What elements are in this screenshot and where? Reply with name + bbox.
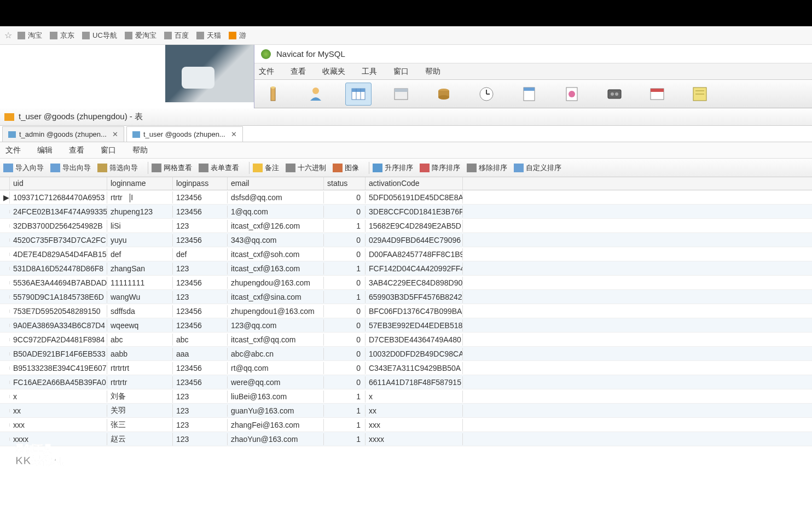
cell-loginpass[interactable]: 123 — [173, 433, 228, 445]
navicat-titlebar[interactable]: Navicat for MySQL — [254, 45, 812, 63]
cell-loginpass[interactable]: 123456 — [173, 234, 228, 246]
table-row[interactable]: 9A0EA3869A334B6C87D4wqeewq123456123@qq.c… — [0, 318, 812, 333]
cell-loginpass[interactable]: 123 — [173, 419, 228, 431]
form-view-button[interactable]: 表单查看 — [199, 163, 239, 173]
cell-loginpass[interactable]: 123456 — [173, 319, 228, 331]
bookmark-1[interactable]: 京东 — [50, 31, 74, 40]
cell-activationCode[interactable]: D00FAA82457748FF8C1B9 — [366, 248, 463, 260]
cell-email[interactable]: zhangFei@163.com — [228, 419, 324, 431]
cell-uid[interactable]: 753E7D59520548289150 — [10, 305, 107, 317]
cell-status[interactable]: 0 — [324, 248, 366, 260]
cell-uid[interactable]: 24FCE02B134F474A99335 — [10, 206, 107, 218]
table-row[interactable]: 4520C735FB734D7CA2FCyuyu123456343@qq.com… — [0, 233, 812, 247]
memo-button[interactable]: 备注 — [253, 163, 279, 173]
cell-loginpass[interactable]: aaa — [173, 348, 228, 360]
cell-status[interactable]: 1 — [324, 220, 366, 232]
tab-t-admin[interactable]: t_admin @goods (zhupen... ✕ — [2, 126, 124, 142]
cell-loginpass[interactable]: 123456 — [173, 206, 228, 218]
bookmark-3[interactable]: 爱淘宝 — [125, 31, 156, 40]
cell-status[interactable]: 1 — [324, 391, 366, 403]
tmenu-file[interactable]: 文件 — [5, 145, 21, 155]
cell-loginname[interactable]: zhupeng123 — [107, 206, 173, 218]
cell-uid[interactable]: 531D8A16D524478D86F8 — [10, 263, 107, 275]
cell-email[interactable]: 123@qq.com — [228, 319, 324, 331]
cell-status[interactable]: 1 — [324, 291, 366, 303]
cell-email[interactable]: guanYu@163.com — [228, 405, 324, 417]
cell-uid[interactable]: B95133238E394C419E607 — [10, 362, 107, 374]
cell-status[interactable]: 0 — [324, 206, 366, 218]
cell-activationCode[interactable]: xx — [366, 405, 463, 417]
cell-status[interactable]: 0 — [324, 334, 366, 346]
cell-loginpass[interactable]: 123 — [173, 291, 228, 303]
tab-t-user[interactable]: t_user @goods (zhupen... ✕ — [126, 126, 243, 142]
sort-asc-button[interactable]: 升序排序 — [373, 163, 413, 173]
cell-loginname[interactable]: yuyu — [107, 234, 173, 246]
cell-email[interactable]: 343@qq.com — [228, 234, 324, 246]
cell-activationCode[interactable]: C343E7A311C9429BB50A — [366, 362, 463, 374]
cell-activationCode[interactable]: BFC06FD1376C47B099BA — [366, 305, 463, 317]
cell-activationCode[interactable]: D7CEB3DE44364749A480 — [366, 334, 463, 346]
cell-loginpass[interactable]: 123456 — [173, 376, 228, 388]
cell-uid[interactable]: 5536AE3A44694B7ABDAD — [10, 277, 107, 289]
cell-loginpass[interactable]: 123456 — [173, 277, 228, 289]
cell-activationCode[interactable]: x — [366, 391, 463, 403]
col-loginpass[interactable]: loginpass — [173, 177, 228, 190]
bookmark-6[interactable]: 游 — [229, 31, 246, 40]
cell-loginname[interactable]: 张三 — [107, 418, 173, 432]
cell-email[interactable]: abc@abc.cn — [228, 348, 324, 360]
cell-uid[interactable]: 9CC972DFA2D4481F8984 — [10, 334, 107, 346]
menu-view[interactable]: 查看 — [291, 67, 306, 77]
sort-desc-button[interactable]: 降序排序 — [420, 163, 460, 173]
custom-sort-button[interactable]: 自定义排序 — [514, 163, 561, 173]
cell-email[interactable]: itcast_cxf@soh.com — [228, 248, 324, 260]
image-button[interactable]: 图像 — [333, 163, 359, 173]
cell-activationCode[interactable]: 3AB4C229EEC84D898D90 — [366, 277, 463, 289]
table-window-title[interactable]: t_user @goods (zhupengdou) - 表 — [0, 108, 812, 126]
cell-activationCode[interactable]: xxxx — [366, 433, 463, 445]
close-icon[interactable]: ✕ — [231, 130, 237, 138]
cell-loginname[interactable]: rtrtrtr — [107, 376, 173, 388]
cell-status[interactable]: 1 — [324, 405, 366, 417]
col-activationcode[interactable]: activationCode — [366, 177, 463, 190]
cell-email[interactable]: itcast_cxf@126.com — [228, 220, 324, 232]
cell-loginpass[interactable]: 123 — [173, 220, 228, 232]
cell-uid[interactable]: x — [10, 391, 107, 403]
tool-event-icon[interactable] — [473, 83, 500, 106]
cell-status[interactable]: 0 — [324, 191, 366, 203]
table-row[interactable]: 24FCE02B134F474A99335zhupeng1231234561@q… — [0, 205, 812, 219]
menu-file[interactable]: 文件 — [259, 67, 274, 77]
tool-schedule-icon[interactable] — [644, 83, 670, 106]
cell-email[interactable]: 1@qq.com — [228, 206, 324, 218]
cell-status[interactable]: 0 — [324, 319, 366, 331]
table-row[interactable]: 531D8A16D524478D86F8zhangSan123itcast_cx… — [0, 261, 812, 276]
table-row[interactable]: 55790D9C1A1845738E6DwangWu123itcast_cxf@… — [0, 290, 812, 304]
cell-loginname[interactable]: sdffsda — [107, 305, 173, 317]
tool-view-icon[interactable] — [388, 83, 414, 106]
cell-activationCode[interactable]: 5DFD056191DE45DC8E8A — [366, 191, 463, 203]
filter-wizard-button[interactable]: 筛选向导 — [97, 163, 138, 173]
bookmark-2[interactable]: UC导航 — [82, 31, 117, 40]
table-row[interactable]: 753E7D59520548289150sdffsda123456zhupeng… — [0, 304, 812, 318]
cell-activationCode[interactable]: 10032D0DFD2B49DC98CA — [366, 348, 463, 360]
table-row[interactable]: B50ADE921BF14F6EB533aabbaaaabc@abc.cn010… — [0, 347, 812, 361]
cell-status[interactable]: 1 — [324, 433, 366, 445]
cell-loginname[interactable]: rtrtrtrt — [107, 362, 173, 374]
cell-activationCode[interactable]: xxx — [366, 419, 463, 431]
grid-view-button[interactable]: 网格查看 — [152, 163, 192, 173]
tool-function-icon[interactable] — [431, 83, 457, 106]
cell-loginname[interactable]: zhangSan — [107, 263, 173, 275]
table-row[interactable]: 32DB3700D2564254982BliSi123itcast_cxf@12… — [0, 219, 812, 233]
tool-user-icon[interactable] — [303, 83, 329, 106]
cell-loginpass[interactable]: 123 — [173, 391, 228, 403]
table-row[interactable]: ▶109371C712684470A6953rtrtr I123456dsfsd… — [0, 190, 812, 205]
cell-loginname[interactable]: abc — [107, 334, 173, 346]
menu-window[interactable]: 窗口 — [393, 67, 409, 77]
table-row[interactable]: B95133238E394C419E607rtrtrtrt123456rt@qq… — [0, 361, 812, 375]
cell-uid[interactable]: 4520C735FB734D7CA2FC — [10, 234, 107, 246]
cell-loginpass[interactable]: abc — [173, 334, 228, 346]
table-row[interactable]: xxx张三123zhangFei@163.com1xxx — [0, 418, 812, 432]
table-row[interactable]: xxxx赵云123zhaoYun@163.com1xxxx — [0, 432, 812, 446]
tool-model-icon[interactable] — [687, 83, 713, 106]
cell-activationCode[interactable]: 3DE8CCFC0D1841E3B76F — [366, 206, 463, 218]
menu-fav[interactable]: 收藏夹 — [322, 67, 345, 77]
